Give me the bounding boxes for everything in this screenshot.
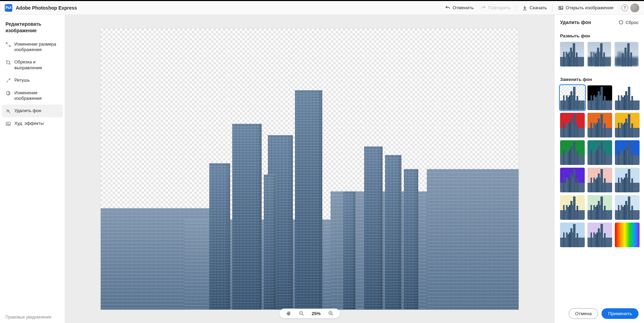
replace-option-cream[interactable] <box>560 195 585 220</box>
replace-option-lightblue[interactable] <box>615 168 640 192</box>
tool-remove-bg[interactable]: Удалить фон <box>2 105 63 117</box>
blur-option-blur-high[interactable] <box>615 42 639 67</box>
crop-icon <box>5 60 11 65</box>
replace-option-amber[interactable] <box>615 113 640 137</box>
replace-option-white[interactable] <box>615 85 640 110</box>
help-icon[interactable]: ? <box>621 4 628 11</box>
replace-section-label: Заменить фон <box>560 77 639 82</box>
zoom-toolbar: 25% <box>280 309 340 318</box>
blur-options <box>560 42 639 67</box>
replace-option-paleblue[interactable] <box>615 195 640 220</box>
download-button[interactable]: Скачать <box>519 3 550 13</box>
replace-option-lavender[interactable] <box>587 223 612 247</box>
svg-rect-0 <box>559 6 563 9</box>
svg-point-2 <box>9 79 10 80</box>
sidebar-title: Редактировать изображение <box>0 21 65 34</box>
reset-icon <box>619 20 623 25</box>
zoom-in-icon[interactable] <box>328 311 334 316</box>
replace-option-mint[interactable] <box>587 195 612 220</box>
app-logo-icon: PsX <box>5 4 12 12</box>
redo-label: Повторить <box>488 5 511 10</box>
tool-label: Обрезка и выправление <box>14 59 59 71</box>
tool-effects[interactable]: Худ. эффекты <box>0 117 65 130</box>
replace-options <box>560 85 639 247</box>
legal-link[interactable]: Правовые уведомления <box>5 315 51 320</box>
replace-option-black[interactable] <box>587 85 612 110</box>
image-icon <box>558 5 564 11</box>
tool-retouch[interactable]: Ретушь <box>0 74 65 87</box>
undo-button[interactable]: Отменить <box>442 3 477 13</box>
left-sidebar: Редактировать изображение Изменение разм… <box>0 15 65 323</box>
apply-button[interactable]: Применить <box>602 308 639 319</box>
reset-label: Сброс <box>626 20 639 25</box>
replace-option-blue[interactable] <box>615 140 640 165</box>
tool-label: Худ. эффекты <box>14 121 44 126</box>
user-avatar[interactable] <box>630 3 639 12</box>
replace-option-teal[interactable] <box>587 140 612 165</box>
replace-option-red[interactable] <box>560 113 585 137</box>
remove-bg-icon <box>5 108 11 114</box>
tool-resize[interactable]: Изменение размера изображения <box>0 38 65 56</box>
panel-title: Удалить фон <box>560 20 591 25</box>
open-image-button[interactable]: Открыть изображение <box>555 3 617 13</box>
replace-option-orange[interactable] <box>587 113 612 137</box>
replace-option-rainbow[interactable] <box>615 223 640 247</box>
canvas-area: 25% <box>65 15 554 323</box>
blur-section-label: Размыть фон <box>560 33 639 38</box>
replace-option-skyblue[interactable] <box>560 223 585 247</box>
replace-option-green[interactable] <box>560 140 585 165</box>
svg-point-1 <box>560 7 561 8</box>
tool-label: Изменение изображения <box>14 90 59 101</box>
blur-option-blur-medium[interactable] <box>587 42 611 67</box>
effects-icon <box>5 121 11 127</box>
tool-crop[interactable]: Обрезка и выправление <box>0 56 65 74</box>
right-panel: Удалить фон Сброс Размыть фон Заменить ф… <box>554 15 644 323</box>
reset-button[interactable]: Сброс <box>619 20 639 25</box>
adjust-icon <box>5 91 11 96</box>
image-canvas[interactable] <box>101 28 519 310</box>
zoom-out-icon[interactable] <box>299 311 304 316</box>
download-icon <box>522 5 528 11</box>
cancel-button[interactable]: Отмена <box>569 308 598 319</box>
retouch-icon <box>5 78 11 83</box>
download-label: Скачать <box>530 5 547 10</box>
resize-icon <box>5 42 11 47</box>
replace-option-purple[interactable] <box>560 168 585 192</box>
undo-label: Отменить <box>453 5 474 10</box>
zoom-level: 25% <box>312 311 321 316</box>
pan-hand-icon[interactable] <box>286 311 291 316</box>
app-title: Adobe Photoshop Express <box>16 5 77 11</box>
tool-label: Удалить фон <box>14 108 41 113</box>
app-header: PsX Adobe Photoshop Express Отменить Пов… <box>0 1 644 15</box>
tool-label: Изменение размера изображения <box>14 41 59 53</box>
replace-option-pink[interactable] <box>587 168 612 192</box>
open-image-label: Открыть изображение <box>566 5 614 10</box>
redo-button: Повторить <box>477 3 514 13</box>
tool-adjust[interactable]: Изменение изображения <box>0 87 65 105</box>
city-image <box>101 28 519 310</box>
svg-point-3 <box>10 79 10 79</box>
blur-option-blur-low[interactable] <box>560 42 584 67</box>
svg-rect-5 <box>6 122 10 125</box>
undo-icon <box>445 5 450 11</box>
redo-icon <box>481 5 486 11</box>
tool-label: Ретушь <box>14 77 30 83</box>
replace-option-transparent[interactable] <box>560 85 585 110</box>
